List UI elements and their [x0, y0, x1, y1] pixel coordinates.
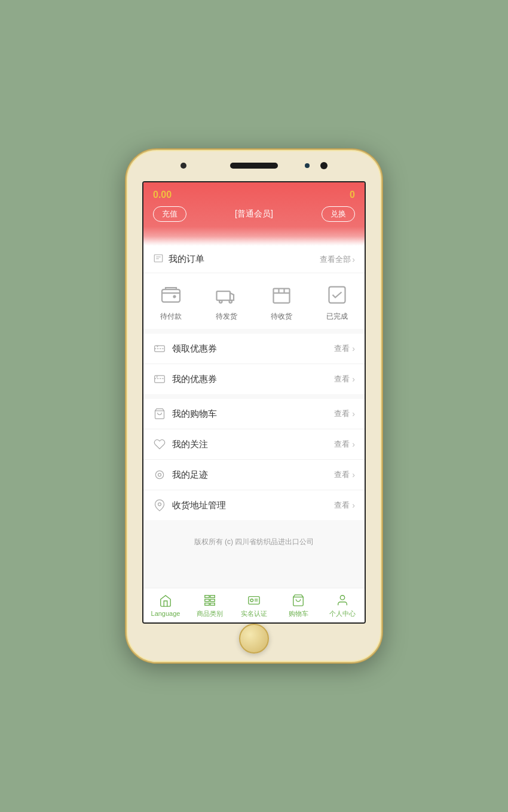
profile-icon — [335, 593, 350, 608]
cart-nav-icon — [291, 593, 305, 608]
footprint-icon — [153, 468, 166, 481]
menu-left-my-coupon: ¥ 我的优惠券 — [153, 373, 217, 386]
nav-item-profile[interactable]: 个人中心 — [320, 588, 365, 622]
menu-item-cart[interactable]: 我的购物车 查看 › — [143, 399, 365, 429]
heart-icon — [153, 438, 166, 451]
svg-rect-3 — [162, 289, 180, 302]
svg-point-6 — [229, 300, 232, 303]
order-item-completed[interactable]: 已完成 — [325, 283, 349, 322]
menu-left-cart: 我的购物车 — [153, 407, 217, 420]
nav-item-categories[interactable]: 商品类别 — [188, 588, 232, 622]
home-icon — [158, 594, 173, 608]
check-icon — [325, 283, 349, 307]
balance-value: 0.00 — [153, 190, 172, 200]
orders-icon — [153, 253, 164, 265]
menu-right-my-coupon: 查看 › — [334, 374, 355, 384]
header-actions: 充值 [普通会员] 兑换 — [153, 206, 355, 222]
nav-label-id-verify: 实名认证 — [241, 609, 267, 618]
bottom-nav: Language 商品类别 — [143, 588, 365, 622]
view-all-button[interactable]: 查看全部 › — [320, 254, 355, 265]
phone-top — [127, 150, 381, 181]
menu-item-get-coupon[interactable]: ¥ 领取优惠券 查看 › — [143, 334, 365, 364]
svg-point-20 — [155, 471, 163, 478]
order-item-pending-ship[interactable]: 待发货 — [215, 283, 238, 322]
recharge-button[interactable]: 充值 — [153, 206, 186, 222]
phone-bottom — [239, 624, 269, 663]
menu-item-favorites[interactable]: 我的关注 查看 › — [143, 429, 365, 460]
svg-rect-7 — [274, 289, 290, 303]
orders-icons: 待付款 待发货 — [143, 273, 365, 329]
sensor — [305, 163, 310, 168]
svg-point-34 — [340, 595, 344, 599]
camera-icon — [180, 163, 186, 169]
menu-right-footprint: 查看 › — [334, 469, 355, 480]
points-value: 0 — [350, 190, 355, 200]
svg-point-22 — [158, 503, 161, 506]
order-item-pending-pay[interactable]: 待付款 — [159, 283, 183, 322]
categories-icon — [203, 593, 217, 608]
nav-item-cart[interactable]: 购物车 — [276, 588, 320, 622]
delivery-icon — [215, 283, 238, 307]
speaker — [230, 163, 278, 169]
nav-label-cart: 购物车 — [289, 609, 308, 618]
nav-item-home[interactable]: Language — [143, 588, 188, 622]
coupon-get-icon: ¥ — [153, 342, 166, 355]
orders-title: 我的订单 — [153, 253, 204, 265]
exchange-button[interactable]: 兑换 — [322, 206, 355, 222]
svg-rect-26 — [210, 599, 215, 602]
id-card-icon — [247, 593, 261, 608]
package-icon — [270, 283, 293, 307]
menu-right-favorites: 查看 › — [334, 439, 355, 450]
order-item-pending-receive[interactable]: 待收货 — [270, 283, 293, 322]
menu-left-footprint: 我的足迹 — [153, 468, 208, 481]
orders-section-title: 我的订单 — [169, 254, 204, 265]
chevron-icon: › — [352, 439, 355, 449]
location-icon — [153, 499, 166, 512]
svg-rect-28 — [210, 603, 215, 605]
nav-item-id-verify[interactable]: 实名认证 — [232, 588, 276, 622]
header-stats: 0.00 0 — [153, 190, 355, 200]
svg-text:¥: ¥ — [157, 344, 158, 348]
wallet-icon — [159, 283, 183, 307]
menu-right-get-coupon: 查看 › — [334, 343, 355, 354]
menu-item-footprint[interactable]: 我的足迹 查看 › — [143, 460, 365, 490]
menu-left-get-coupon: ¥ 领取优惠券 — [153, 342, 217, 355]
svg-point-5 — [219, 300, 222, 303]
phone-frame: 0.00 0 充值 [普通会员] 兑换 — [126, 149, 382, 663]
orders-header: 我的订单 查看全部 › — [143, 246, 365, 273]
menu-section-2: 我的购物车 查看 › 我的关注 — [143, 399, 365, 520]
menu-right-address: 查看 › — [334, 500, 355, 511]
menu-section: ¥ 领取优惠券 查看 › — [143, 334, 365, 394]
menu-left-favorites: 我的关注 — [153, 438, 208, 451]
chevron-icon: › — [352, 409, 355, 419]
chevron-icon: › — [352, 470, 355, 480]
svg-rect-11 — [329, 287, 345, 303]
copyright: 版权所有 (c) 四川省纺织品进出口公司 — [143, 525, 365, 559]
coupon-my-icon: ¥ — [153, 373, 166, 386]
nav-label-profile: 个人中心 — [329, 609, 356, 618]
front-camera — [320, 162, 328, 169]
chevron-icon: › — [352, 255, 355, 264]
menu-right-cart: 查看 › — [334, 408, 355, 419]
svg-rect-24 — [210, 595, 215, 597]
member-label: [普通会员] — [235, 209, 273, 219]
svg-rect-0 — [154, 255, 163, 262]
menu-item-my-coupon[interactable]: ¥ 我的优惠券 查看 › — [143, 364, 365, 394]
order-label-receive: 待收货 — [271, 312, 292, 322]
order-label-done: 已完成 — [326, 312, 348, 322]
svg-point-30 — [250, 599, 253, 602]
cart-icon — [153, 407, 166, 420]
svg-rect-4 — [216, 291, 230, 300]
order-label-pay: 待付款 — [160, 312, 182, 322]
home-button[interactable] — [239, 624, 269, 654]
nav-label-categories: 商品类别 — [197, 609, 223, 618]
chevron-icon: › — [352, 344, 355, 353]
svg-rect-25 — [205, 599, 209, 602]
menu-left-address: 收货地址管理 — [153, 499, 226, 512]
nav-label-home: Language — [151, 610, 180, 617]
order-label-ship: 待发货 — [216, 312, 237, 322]
menu-item-address[interactable]: 收货地址管理 查看 › — [143, 490, 365, 520]
svg-point-19 — [158, 474, 161, 477]
svg-rect-27 — [205, 603, 209, 605]
chevron-icon: › — [352, 374, 355, 384]
